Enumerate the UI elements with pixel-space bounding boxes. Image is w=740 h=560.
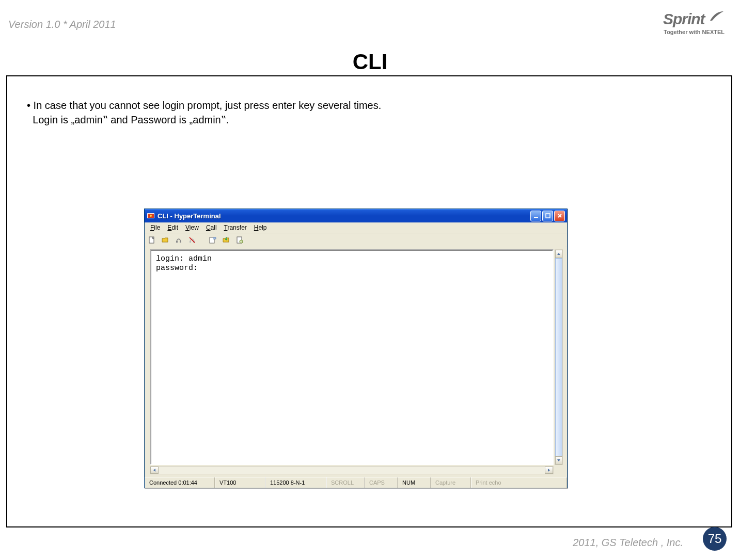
header-version: Version 1.0 * April 2011: [8, 19, 116, 30]
hyperterminal-window: CLI - HyperTerminal File Edit View Call …: [144, 209, 568, 488]
scroll-down-button[interactable]: [555, 456, 562, 465]
vertical-scrollbar[interactable]: [555, 249, 563, 465]
receive-icon[interactable]: [221, 235, 231, 245]
menu-file-label: ile: [154, 224, 160, 231]
page-number: 75: [703, 527, 727, 551]
window-controls: [530, 211, 565, 221]
maximize-button[interactable]: [542, 211, 553, 221]
menu-help-label: elp: [258, 224, 266, 231]
client-area: login: admin password:: [147, 246, 565, 476]
page-title: CLI: [0, 50, 740, 74]
footer-copyright: 2011, GS Teletech , Inc.: [573, 537, 683, 549]
scroll-left-button[interactable]: [150, 467, 159, 474]
connect-icon[interactable]: [174, 235, 184, 245]
svg-rect-3: [534, 217, 538, 218]
bullet: •: [27, 100, 30, 111]
svg-rect-8: [190, 241, 191, 243]
menu-help[interactable]: Help: [250, 224, 271, 231]
disconnect-icon[interactable]: [187, 235, 197, 245]
status-num: NUM: [398, 477, 431, 488]
brand-wing-icon: [709, 10, 725, 25]
status-capture: Capture: [431, 477, 471, 488]
send-icon[interactable]: [208, 235, 218, 245]
horizontal-scrollbar[interactable]: [150, 466, 554, 474]
terminal-output[interactable]: login: admin password:: [150, 249, 554, 465]
properties-icon[interactable]: [234, 235, 245, 245]
header-brand: Sprint Together with NEXTEL: [663, 10, 725, 35]
menu-view-label: iew: [190, 224, 199, 231]
brand-name: Sprint: [663, 10, 705, 28]
svg-rect-6: [176, 241, 178, 243]
menu-transfer-label: ransfer: [227, 224, 246, 231]
status-emulation: VT100: [215, 477, 265, 488]
svg-point-2: [150, 215, 152, 217]
menu-call-label: all: [211, 224, 217, 231]
app-icon: [147, 212, 155, 220]
window-title: CLI - HyperTerminal: [158, 212, 530, 220]
svg-point-13: [240, 240, 243, 243]
document-page: Version 1.0 * April 2011 Sprint Together…: [0, 0, 740, 560]
status-settings: 115200 8-N-1: [265, 477, 326, 488]
svg-rect-4: [546, 214, 550, 218]
minimize-button[interactable]: [530, 211, 541, 221]
status-scroll: SCROLL: [326, 477, 365, 488]
instruction-text: • In case that you cannot see login prom…: [27, 98, 381, 127]
toolbar: [145, 233, 567, 247]
instruction-line-2: Login is „admin‟ and Password is „admin‟…: [33, 114, 229, 125]
svg-rect-7: [180, 241, 181, 243]
menu-file[interactable]: File: [147, 224, 164, 231]
menu-call[interactable]: Call: [202, 224, 221, 231]
instruction-line-1: In case that you cannot see login prompt…: [34, 100, 382, 111]
brand-tagline: Together with NEXTEL: [663, 29, 725, 35]
status-printecho: Print echo: [471, 477, 567, 488]
menu-transfer[interactable]: Transfer: [221, 224, 250, 231]
new-icon[interactable]: [147, 235, 157, 245]
menu-view[interactable]: View: [182, 224, 202, 231]
scroll-thumb[interactable]: [555, 258, 562, 465]
open-icon[interactable]: [160, 235, 170, 245]
status-caps: CAPS: [365, 477, 398, 488]
statusbar: Connected 0:01:44 VT100 115200 8-N-1 SCR…: [145, 477, 567, 488]
titlebar[interactable]: CLI - HyperTerminal: [145, 209, 567, 222]
scroll-up-button[interactable]: [555, 250, 562, 258]
scroll-right-button[interactable]: [545, 467, 553, 474]
menu-edit-label: dit: [171, 224, 178, 231]
status-connected: Connected 0:01:44: [145, 477, 215, 488]
close-button[interactable]: [554, 211, 565, 221]
menu-edit[interactable]: Edit: [164, 224, 182, 231]
menubar: File Edit View Call Transfer Help: [145, 222, 567, 233]
